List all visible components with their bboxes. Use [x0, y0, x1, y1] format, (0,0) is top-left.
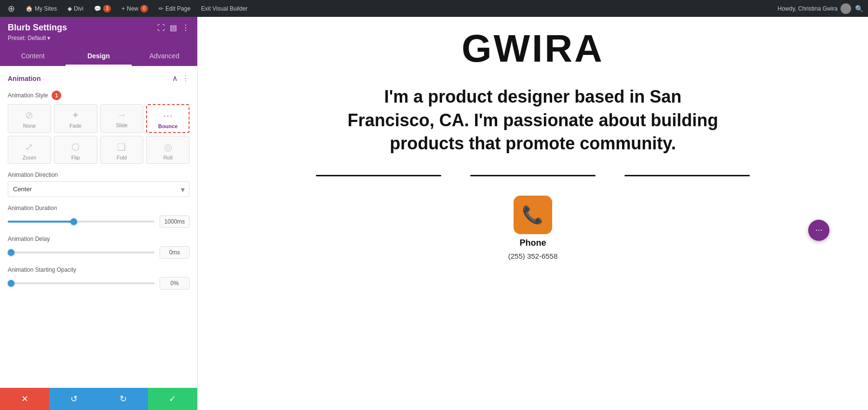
tab-design[interactable]: Design [66, 47, 131, 66]
exit-builder-item[interactable]: Exit Visual Builder [198, 0, 251, 17]
fullscreen-icon[interactable]: ⛶ [157, 24, 165, 32]
animation-direction-row: Animation Direction Center Left Right To… [8, 172, 190, 197]
animation-direction-wrapper: Center Left Right Top Bottom [8, 181, 190, 197]
animation-opacity-row: Animation Starting Opacity 0% [8, 266, 190, 290]
anim-fade-btn[interactable]: ✦ Fade [54, 104, 97, 133]
animation-delay-track[interactable] [8, 251, 155, 253]
anim-bounce-btn[interactable]: ⋯ Bounce [146, 104, 190, 133]
panel-header-top: Blurb Settings ⛶ ▤ ⋮ [8, 23, 190, 33]
divider-line-3 [624, 175, 750, 176]
fab-icon: ··· [815, 225, 822, 235]
user-greeting-text: Howdy, Christina Gwira [778, 5, 838, 12]
my-sites-item[interactable]: 🏠 My Sites [23, 0, 60, 17]
animation-duration-track[interactable] [8, 221, 155, 223]
animation-direction-label: Animation Direction [8, 172, 190, 178]
section-collapse-icon[interactable]: ∧ [172, 74, 178, 83]
animation-delay-row: Animation Delay 0ms [8, 236, 190, 259]
columns-icon[interactable]: ▤ [170, 23, 177, 32]
comments-item[interactable]: 💬 3 [91, 0, 114, 17]
animation-style-grid: ⊘ None ✦ Fade → Slide ⋯ Bounce ⤢ Zoom [8, 104, 190, 164]
comment-count-badge: 3 [103, 5, 111, 13]
divi-item[interactable]: ◆ Divi [65, 0, 86, 17]
animation-opacity-label: Animation Starting Opacity [8, 266, 190, 273]
anim-fold-btn[interactable]: ❑ Fold [100, 136, 144, 164]
anim-slide-label: Slide [116, 122, 127, 128]
admin-bar-left: ⊕ 🏠 My Sites ◆ Divi 💬 3 + New 0 ✏ Edit P… [5, 0, 775, 17]
blurb-title: Phone [519, 238, 546, 248]
comment-icon: 💬 [94, 5, 101, 12]
home-icon: 🏠 [26, 5, 33, 12]
animation-opacity-value[interactable]: 0% [160, 277, 190, 290]
anim-roll-label: Roll [163, 155, 173, 160]
fab-button[interactable]: ··· [808, 220, 829, 241]
animation-delay-input-row: 0ms [8, 246, 190, 259]
main-layout: Blurb Settings ⛶ ▤ ⋮ Preset: Default ▾ C… [0, 17, 868, 410]
user-greeting[interactable]: Howdy, Christina Gwira [778, 3, 851, 14]
anim-fold-label: Fold [117, 155, 127, 160]
animation-duration-value[interactable]: 1000ms [160, 215, 190, 228]
admin-bar-right: Howdy, Christina Gwira 🔍 [778, 3, 863, 14]
animation-badge: 1 [52, 91, 61, 100]
edit-icon: ✏ [159, 5, 163, 12]
cancel-icon: ✕ [21, 394, 28, 404]
anim-flip-icon: ⬡ [71, 141, 80, 153]
save-icon: ✓ [169, 394, 176, 404]
animation-section-title: Animation [8, 75, 41, 82]
tab-advanced[interactable]: Advanced [132, 47, 197, 66]
animation-opacity-input-row: 0% [8, 277, 190, 290]
left-panel: Blurb Settings ⛶ ▤ ⋮ Preset: Default ▾ C… [0, 17, 198, 410]
blurb-subtitle: (255) 352-6558 [508, 252, 558, 260]
new-count-badge: 0 [140, 5, 148, 13]
save-button[interactable]: ✓ [148, 388, 197, 410]
anim-roll-btn[interactable]: ◎ Roll [146, 136, 190, 164]
animation-delay-thumb [8, 249, 14, 256]
redo-button[interactable]: ↻ [99, 388, 148, 410]
bottom-bar: ✕ ↺ ↻ ✓ [0, 388, 197, 410]
undo-button[interactable]: ↺ [49, 388, 98, 410]
anim-none-label: None [23, 123, 36, 129]
anim-zoom-btn[interactable]: ⤢ Zoom [8, 136, 51, 164]
new-label: New [127, 5, 138, 12]
panel-content: Animation ∧ ⋮ Animation Style 1 ⊘ None ✦ [0, 66, 197, 388]
animation-duration-row: Animation Duration 1000ms [8, 205, 190, 228]
tab-content[interactable]: Content [0, 47, 66, 66]
search-icon[interactable]: 🔍 [855, 5, 863, 13]
animation-delay-value[interactable]: 0ms [160, 246, 190, 259]
anim-roll-icon: ◎ [164, 141, 172, 153]
panel-title: Blurb Settings [8, 23, 67, 33]
right-content: GWIRA I'm a product designer based in Sa… [198, 17, 868, 410]
anim-fold-icon: ❑ [117, 141, 126, 153]
phone-symbol: 📞 [522, 205, 543, 225]
animation-duration-fill [8, 221, 74, 223]
anim-slide-btn[interactable]: → Slide [100, 104, 144, 133]
new-item[interactable]: + New 0 [119, 0, 151, 17]
anim-flip-btn[interactable]: ⬡ Flip [54, 136, 97, 164]
page-body: GWIRA I'm a product designer based in Sa… [198, 17, 868, 270]
cancel-button[interactable]: ✕ [0, 388, 49, 410]
anim-flip-label: Flip [71, 155, 80, 160]
anim-zoom-label: Zoom [23, 155, 36, 160]
wp-logo-icon: ⊕ [8, 3, 15, 14]
animation-style-label: Animation Style [8, 92, 48, 99]
divider-line-2 [470, 175, 596, 176]
preset-label: Preset: Default [8, 35, 46, 41]
animation-direction-select[interactable]: Center Left Right Top Bottom [8, 181, 190, 197]
panel-header: Blurb Settings ⛶ ▤ ⋮ Preset: Default ▾ [0, 17, 197, 47]
animation-opacity-track[interactable] [8, 282, 155, 284]
more-icon[interactable]: ⋮ [182, 23, 190, 32]
plus-icon: + [122, 5, 125, 12]
panel-header-icons: ⛶ ▤ ⋮ [157, 23, 190, 32]
edit-page-item[interactable]: ✏ Edit Page [156, 0, 193, 17]
preset-selector[interactable]: Preset: Default ▾ [8, 35, 190, 41]
anim-none-btn[interactable]: ⊘ None [8, 104, 51, 133]
section-more-icon[interactable]: ⋮ [182, 74, 190, 83]
wp-logo-item[interactable]: ⊕ [5, 0, 18, 17]
blurb-section: 📞 Phone (255) 352-6558 [508, 196, 558, 260]
animation-duration-thumb [70, 218, 77, 225]
animation-style-label-row: Animation Style 1 [8, 91, 190, 100]
exit-builder-label: Exit Visual Builder [201, 5, 248, 12]
site-title: GWIRA [461, 26, 604, 71]
my-sites-label: My Sites [35, 5, 57, 12]
animation-duration-input-row: 1000ms [8, 215, 190, 228]
panel-tabs: Content Design Advanced [0, 47, 197, 66]
